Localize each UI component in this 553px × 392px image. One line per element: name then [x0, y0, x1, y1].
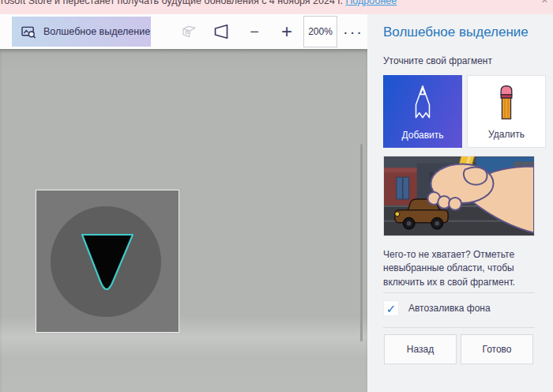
back-button[interactable]: Назад	[384, 334, 457, 364]
zoom-level-field[interactable]: 200%	[303, 16, 337, 47]
panel-title: Волшебное выделение	[383, 24, 529, 40]
more-options-button[interactable]: ···	[342, 21, 364, 43]
add-button[interactable]: Добавить	[383, 75, 462, 148]
zoom-out-button[interactable]: −	[243, 21, 265, 43]
toolbar: Волшебное выделение − + 200%	[0, 14, 367, 49]
paint3d-window: rosoft Store и перестанет получать будущ…	[0, 0, 553, 392]
panel-footer: Назад Готово	[384, 334, 533, 364]
banner-text: rosoft Store и перестанет получать будущ…	[1, 0, 345, 6]
checkmark-icon: ✓	[386, 303, 397, 315]
magic-select-panel: Волшебное выделение Уточните свой фрагме…	[367, 14, 553, 392]
autofill-row[interactable]: ✓ Автозаливка фона	[383, 300, 491, 316]
minus-icon: −	[250, 24, 259, 40]
refine-mode-toggle: Добавить Удалить	[383, 75, 546, 148]
perspective-crop-icon	[212, 22, 231, 41]
pencil-icon	[409, 75, 436, 130]
learn-more-link[interactable]: Подробнее	[345, 0, 397, 6]
canvas-scrollbar[interactable]	[360, 144, 363, 341]
edited-image[interactable]	[36, 190, 179, 333]
refine-subtitle: Уточните свой фрагмент	[383, 55, 492, 66]
3d-view-icon	[181, 24, 198, 39]
illustration-graphic	[384, 156, 534, 236]
eraser-icon	[493, 76, 520, 129]
magic-select-icon	[21, 25, 36, 39]
autofill-label: Автозаливка фона	[408, 303, 491, 314]
artwork-graphic	[36, 190, 179, 332]
close-icon[interactable]: ✕	[541, 0, 548, 6]
autofill-checkbox[interactable]: ✓	[383, 300, 399, 316]
tab-label: Волшебное выделение	[43, 26, 150, 37]
zoom-in-button[interactable]: +	[276, 21, 298, 43]
divider	[383, 292, 535, 293]
banner-text-row: rosoft Store и перестанет получать будущ…	[1, 0, 397, 6]
remove-button[interactable]: Удалить	[467, 75, 546, 148]
add-label: Добавить	[401, 130, 443, 141]
canvas-area[interactable]	[0, 49, 367, 392]
plus-icon: +	[281, 22, 292, 41]
perspective-crop-button[interactable]	[210, 21, 232, 43]
divider	[383, 327, 535, 328]
hint-text: Чего-то не хватает? Отметьте невыбранные…	[383, 248, 535, 289]
zoom-level-value: 200%	[308, 26, 333, 37]
tutorial-illustration	[383, 156, 535, 236]
delete-label: Удалить	[488, 129, 525, 140]
3d-view-button	[178, 21, 200, 43]
deprecation-banner: rosoft Store и перестанет получать будущ…	[0, 0, 553, 14]
done-button[interactable]: Готово	[461, 334, 533, 364]
magic-select-tab[interactable]: Волшебное выделение	[12, 17, 151, 47]
